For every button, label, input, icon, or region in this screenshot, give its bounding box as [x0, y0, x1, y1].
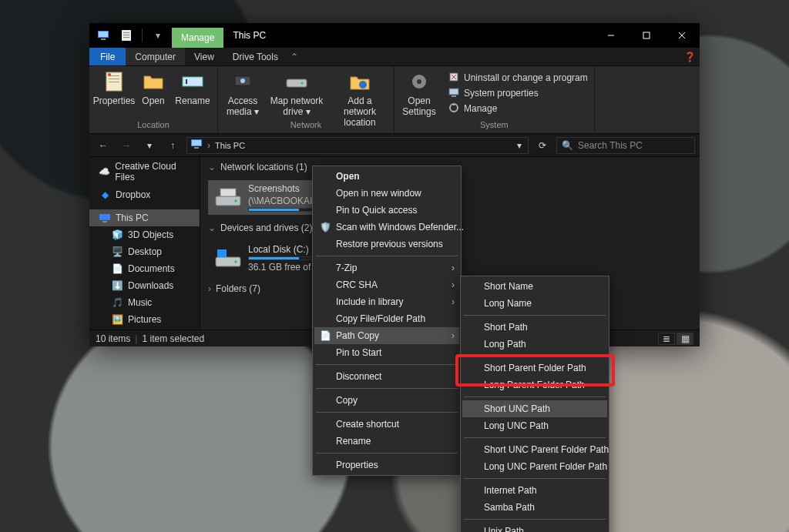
address-bar[interactable]: › This PC ▾	[186, 137, 529, 154]
nav-back[interactable]: ←	[94, 136, 112, 155]
tree-item-desktop[interactable]: 🖥️Desktop	[89, 243, 200, 260]
sub-short-path[interactable]: Short Path	[462, 319, 607, 336]
ribbon-collapse-icon[interactable]: ⌃	[287, 48, 301, 65]
ctx-create-shortcut[interactable]: Create shortcut	[314, 416, 459, 433]
sub-short-name[interactable]: Short Name	[462, 278, 607, 295]
ribbon-map-drive[interactable]: Map network drive ▾	[269, 69, 324, 117]
svg-point-41	[234, 260, 237, 263]
breadcrumb-thispc[interactable]: This PC	[215, 141, 245, 150]
ctx-pin-quick-access[interactable]: Pin to Quick access	[314, 202, 459, 219]
ctx-defender-scan[interactable]: 🛡️Scan with Windows Defender...	[314, 219, 459, 236]
sub-long-parent[interactable]: Long Parent Folder Path	[462, 376, 607, 393]
titlebar: ▾ Manage This PC	[89, 23, 700, 48]
sub-internet-path[interactable]: Internet Path	[462, 482, 607, 499]
ribbon-uninstall-label: Uninstall or change a program	[464, 72, 588, 83]
maximize-button[interactable]	[629, 23, 664, 48]
ribbon-add-network-location[interactable]: Add a network location	[332, 69, 388, 128]
ctx-restore-versions[interactable]: Restore previous versions	[314, 236, 459, 253]
sub-long-unc[interactable]: Long UNC Path	[462, 417, 607, 434]
tree-item-thispc[interactable]: This PC	[89, 209, 200, 226]
ribbon-sys-props-label: System properties	[464, 88, 539, 99]
ctx-disconnect[interactable]: Disconnect	[314, 368, 459, 385]
search-box[interactable]: 🔍 Search This PC	[556, 137, 695, 154]
ctx-separator	[464, 396, 606, 397]
view-mode-buttons: ≣ ▦	[658, 333, 693, 345]
ctx-rename[interactable]: Rename	[314, 433, 459, 450]
ribbon-rename[interactable]: Rename	[174, 69, 211, 106]
view-tiles-button[interactable]: ▦	[677, 333, 693, 345]
nav-up[interactable]: ↑	[163, 136, 182, 155]
tree-item-downloads[interactable]: ⬇️Downloads	[89, 277, 200, 294]
title-context-tab[interactable]: Manage	[172, 28, 223, 48]
tree-item-pictures[interactable]: 🖼️Pictures	[89, 311, 200, 328]
nav-forward[interactable]: →	[117, 136, 136, 155]
nav-recent-dropdown[interactable]: ▾	[140, 136, 159, 155]
sub-shortuncparent-label: Short UNC Parent Folder Path	[484, 444, 609, 455]
refresh-button[interactable]: ⟳	[533, 136, 552, 155]
ribbon-tabs: File Computer View Drive Tools ⌃ ❓	[89, 48, 700, 66]
tab-computer[interactable]: Computer	[126, 48, 185, 65]
tab-file[interactable]: File	[89, 48, 126, 65]
sub-long-name[interactable]: Long Name	[462, 295, 607, 312]
ctx-pin-start[interactable]: Pin to Start	[314, 344, 459, 361]
ctx-include-library[interactable]: Include in library›	[314, 293, 459, 310]
ctx-open-new-window[interactable]: Open in new window	[314, 185, 459, 202]
window-title: This PC	[233, 30, 266, 41]
ribbon-access-media[interactable]: Access media ▾	[224, 69, 261, 117]
ribbon-group-system-label: System	[480, 120, 509, 131]
tab-view[interactable]: View	[185, 48, 223, 65]
help-icon[interactable]: ❓	[680, 48, 700, 65]
ctx-properties[interactable]: Properties	[314, 457, 459, 473]
tree-item-3dobjects[interactable]: 🧊3D Objects	[89, 226, 200, 243]
ctx-copy[interactable]: Copy	[314, 392, 459, 409]
submenu-arrow-icon: ›	[452, 279, 455, 290]
ctx-separator	[464, 519, 606, 520]
ribbon-manage[interactable]: Manage	[448, 102, 588, 115]
sub-short-parent[interactable]: Short Parent Folder Path	[462, 360, 607, 376]
svg-point-15	[108, 73, 111, 76]
ctx-copy-file-path[interactable]: Copy File/Folder Path	[314, 310, 459, 327]
ctx-pinstart-label: Pin to Start	[336, 347, 381, 358]
ctx-open[interactable]: Open	[314, 168, 459, 185]
ctx-crc-sha[interactable]: CRC SHA›	[314, 276, 459, 293]
sub-samba-path[interactable]: Samba Path	[462, 499, 607, 516]
qat-properties-icon[interactable]	[116, 25, 137, 46]
sub-long-path[interactable]: Long Path	[462, 336, 607, 353]
tree-item-dropbox[interactable]: ◆Dropbox	[89, 186, 200, 203]
svg-point-22	[359, 81, 367, 89]
ribbon-open[interactable]: Open	[140, 69, 166, 106]
minimize-button[interactable]	[593, 23, 629, 48]
context-submenu-pathcopy: Short Name Long Name Short Path Long Pat…	[460, 276, 609, 532]
sub-short-unc[interactable]: Short UNC Path	[462, 400, 607, 417]
sub-unix-label: Unix Path	[484, 526, 524, 532]
svg-rect-33	[192, 140, 201, 146]
addr-dropdown-icon[interactable]: ▾	[514, 140, 525, 151]
close-button[interactable]	[664, 23, 700, 48]
ctx-7zip[interactable]: 7-Zip›	[314, 259, 459, 276]
ctx-rename-label: Rename	[336, 436, 371, 447]
chevron-down-icon: ⌄	[208, 162, 216, 172]
group-devices-label: Devices and drives (2)	[220, 223, 312, 233]
svg-rect-6	[123, 37, 129, 38]
tree-item-ccf[interactable]: ☁️Creative Cloud Files	[89, 163, 200, 180]
tree-item-documents[interactable]: 📄Documents	[89, 260, 200, 277]
ribbon-system-properties[interactable]: System properties	[448, 86, 588, 100]
view-details-button[interactable]: ≣	[658, 333, 675, 345]
sub-long-unc-parent[interactable]: Long UNC Parent Folder Path	[462, 458, 607, 475]
ribbon-open-label: Open	[142, 95, 164, 106]
submenu-arrow-icon: ›	[452, 330, 455, 341]
ribbon-open-settings[interactable]: Open Settings	[401, 69, 438, 117]
sub-short-unc-parent[interactable]: Short UNC Parent Folder Path	[462, 441, 607, 458]
tree-item-music[interactable]: 🎵Music	[89, 294, 200, 311]
qat-dropdown-icon[interactable]: ▾	[147, 25, 169, 46]
ctx-path-copy[interactable]: 📄Path Copy›	[314, 327, 459, 344]
svg-rect-8	[643, 32, 650, 38]
ctx-7zip-label: 7-Zip	[336, 263, 357, 273]
ribbon-properties[interactable]: Properties	[96, 69, 133, 106]
ribbon-uninstall[interactable]: Uninstall or change a program	[448, 71, 588, 85]
tab-drive-tools[interactable]: Drive Tools	[223, 48, 287, 65]
downloads-icon: ⬇️	[111, 279, 123, 292]
sub-unix-path[interactable]: Unix Path	[462, 523, 607, 532]
svg-rect-39	[220, 189, 236, 196]
ctx-separator	[316, 453, 458, 453]
